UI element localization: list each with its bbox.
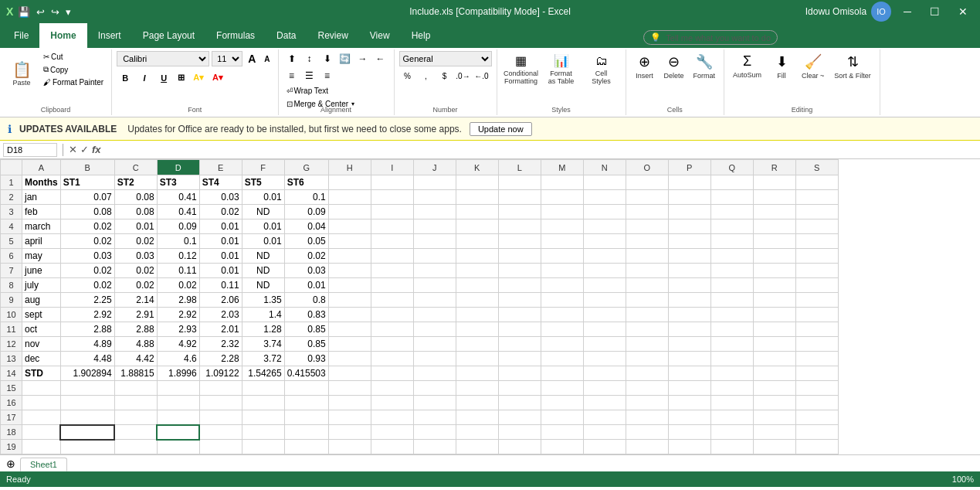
col-header-s[interactable]: S	[795, 160, 838, 175]
update-now-button[interactable]: Update now	[470, 122, 532, 136]
cell-m4[interactable]	[541, 219, 583, 234]
cell-i13[interactable]	[371, 352, 413, 366]
col-header-b[interactable]: B	[60, 160, 114, 175]
cell-s12[interactable]	[795, 337, 838, 352]
format-btn[interactable]: 🔧 Format	[690, 51, 720, 82]
cell-g14[interactable]: 0.415503	[284, 366, 328, 381]
save-quick-btn[interactable]: 💾	[16, 6, 32, 18]
cell-r4[interactable]	[753, 219, 795, 234]
cell-a18[interactable]	[22, 425, 61, 440]
cell-f5[interactable]: 0.01	[242, 234, 284, 249]
cell-s7[interactable]	[795, 264, 838, 278]
cell-i10[interactable]	[371, 308, 413, 322]
cell-g1[interactable]: ST6	[284, 175, 328, 190]
col-header-h[interactable]: H	[328, 160, 371, 175]
cell-c19[interactable]	[114, 440, 157, 454]
cell-r6[interactable]	[753, 249, 795, 264]
cell-n2[interactable]	[583, 190, 626, 205]
cell-h6[interactable]	[328, 249, 371, 264]
cell-i16[interactable]	[371, 396, 413, 410]
cell-f3[interactable]: ND	[242, 205, 284, 219]
fill-btn[interactable]: ⬇ Fill	[768, 51, 795, 82]
cell-g11[interactable]: 0.85	[284, 322, 328, 337]
cell-f18[interactable]	[242, 425, 284, 440]
align-center-btn[interactable]: ☰	[301, 68, 318, 83]
cell-o7[interactable]	[626, 264, 668, 278]
cell-n17[interactable]	[583, 410, 626, 425]
cell-o9[interactable]	[626, 293, 668, 308]
cell-s15[interactable]	[795, 381, 838, 396]
cell-k2[interactable]	[456, 190, 498, 205]
cell-r11[interactable]	[753, 322, 795, 337]
cell-d3[interactable]: 0.41	[157, 205, 199, 219]
cell-n15[interactable]	[583, 381, 626, 396]
align-left-btn[interactable]: ≡	[283, 68, 300, 83]
cell-q7[interactable]	[710, 264, 753, 278]
cell-i6[interactable]	[371, 249, 413, 264]
cell-i15[interactable]	[371, 381, 413, 396]
cell-r16[interactable]	[753, 396, 795, 410]
col-header-f[interactable]: F	[242, 160, 284, 175]
cell-p13[interactable]	[668, 352, 710, 366]
border-button[interactable]: ⊞	[175, 71, 188, 84]
cell-o1[interactable]	[626, 175, 668, 190]
cell-a4[interactable]: march	[22, 219, 61, 234]
increase-decimal-btn[interactable]: .0→	[455, 68, 472, 83]
cell-b18[interactable]	[60, 425, 114, 440]
cell-f6[interactable]: ND	[242, 249, 284, 264]
cell-n7[interactable]	[583, 264, 626, 278]
cell-l14[interactable]	[498, 366, 541, 381]
cell-b4[interactable]: 0.02	[60, 219, 114, 234]
cell-j15[interactable]	[413, 381, 456, 396]
cell-e5[interactable]: 0.01	[199, 234, 242, 249]
cell-a11[interactable]: oct	[22, 322, 61, 337]
cell-p12[interactable]	[668, 337, 710, 352]
cell-f8[interactable]: ND	[242, 278, 284, 293]
cell-q18[interactable]	[710, 425, 753, 440]
cell-n6[interactable]	[583, 249, 626, 264]
cell-r5[interactable]	[753, 234, 795, 249]
cell-b12[interactable]: 4.89	[60, 337, 114, 352]
cell-p1[interactable]	[668, 175, 710, 190]
cell-l13[interactable]	[498, 352, 541, 366]
cell-j14[interactable]	[413, 366, 456, 381]
cell-h1[interactable]	[328, 175, 371, 190]
row-number[interactable]: 3	[1, 205, 22, 219]
cell-l3[interactable]	[498, 205, 541, 219]
cell-k19[interactable]	[456, 440, 498, 454]
cell-l17[interactable]	[498, 410, 541, 425]
cell-i4[interactable]	[371, 219, 413, 234]
cell-s18[interactable]	[795, 425, 838, 440]
cell-m12[interactable]	[541, 337, 583, 352]
cell-d19[interactable]	[157, 440, 199, 454]
cell-b6[interactable]: 0.03	[60, 249, 114, 264]
cell-e7[interactable]: 0.01	[199, 264, 242, 278]
row-number[interactable]: 13	[1, 352, 22, 366]
cell-i2[interactable]	[371, 190, 413, 205]
cell-b19[interactable]	[60, 440, 114, 454]
cell-j10[interactable]	[413, 308, 456, 322]
cell-h4[interactable]	[328, 219, 371, 234]
cell-d15[interactable]	[157, 381, 199, 396]
undo-btn[interactable]: ↩	[35, 6, 46, 18]
col-header-c[interactable]: C	[114, 160, 157, 175]
cell-j5[interactable]	[413, 234, 456, 249]
cell-e13[interactable]: 2.28	[199, 352, 242, 366]
cell-h2[interactable]	[328, 190, 371, 205]
cell-e3[interactable]: 0.02	[199, 205, 242, 219]
cell-c7[interactable]: 0.02	[114, 264, 157, 278]
cell-a19[interactable]	[22, 440, 61, 454]
cell-l6[interactable]	[498, 249, 541, 264]
cell-a2[interactable]: jan	[22, 190, 61, 205]
tab-file[interactable]: File	[3, 23, 39, 48]
cell-q19[interactable]	[710, 440, 753, 454]
cell-o15[interactable]	[626, 381, 668, 396]
increase-font-btn[interactable]: A	[245, 51, 259, 66]
cell-j11[interactable]	[413, 322, 456, 337]
cell-n1[interactable]	[583, 175, 626, 190]
cell-l4[interactable]	[498, 219, 541, 234]
cell-i7[interactable]	[371, 264, 413, 278]
cell-r17[interactable]	[753, 410, 795, 425]
cell-l10[interactable]	[498, 308, 541, 322]
cell-o19[interactable]	[626, 440, 668, 454]
